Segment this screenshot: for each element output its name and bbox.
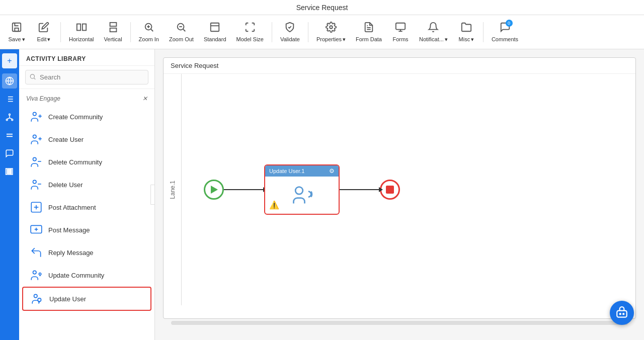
canvas-content: Lane.1 Update User.1 ⚙ xyxy=(164,74,635,305)
svg-rect-40 xyxy=(11,168,11,175)
user-update-visual xyxy=(291,184,313,206)
activity-item-update-user[interactable]: Update User xyxy=(22,287,151,311)
activity-item-reply-message[interactable]: Reply Message xyxy=(22,241,151,264)
forms-label: Forms xyxy=(392,36,408,42)
model-size-button[interactable]: Model Size xyxy=(232,20,268,44)
notifications-label: Notificat...▾ xyxy=(419,36,448,43)
create-user-icon xyxy=(29,132,43,146)
flow-arrow-2 xyxy=(340,189,380,190)
horizontal-icon xyxy=(76,22,87,35)
comments-toolbar-item[interactable]: 0 Comments xyxy=(488,20,522,44)
activity-box-body: ⚠️ xyxy=(265,177,339,214)
sidebar-equals-button[interactable] xyxy=(2,128,17,143)
form-data-button[interactable]: Form Data xyxy=(352,20,386,44)
delete-user-icon xyxy=(29,178,43,192)
update-user-label: Update User xyxy=(49,295,86,303)
activity-item-post-message[interactable]: Post Message xyxy=(22,219,151,241)
sidebar-world-button[interactable] xyxy=(2,73,17,89)
sidebar-list-button[interactable] xyxy=(2,92,17,107)
misc-label: Misc▾ xyxy=(459,36,474,43)
save-icon xyxy=(11,22,22,35)
svg-point-29 xyxy=(9,114,11,115)
search-input[interactable] xyxy=(25,70,148,84)
activity-list: Viva Engage ✕ Create Community Create Us… xyxy=(19,89,154,340)
flow-container: Update User.1 ⚙ xyxy=(189,74,635,305)
toolbar: Save▾ Edit▾ Horizontal Vertical Zoom In xyxy=(0,15,644,49)
sidebar-icons: + xyxy=(0,49,19,340)
create-community-icon xyxy=(29,110,43,124)
reply-message-icon xyxy=(29,245,43,260)
start-event[interactable] xyxy=(204,180,224,200)
sidebar-barcode-button[interactable] xyxy=(2,164,17,179)
canvas-area[interactable]: Service Request Lane.1 xyxy=(155,49,644,340)
activity-item-update-community[interactable]: Update Community xyxy=(22,264,151,286)
svg-point-47 xyxy=(33,135,37,138)
activity-item-create-community[interactable]: Create Community xyxy=(22,106,151,128)
svg-point-62 xyxy=(295,187,303,195)
activity-item-delete-community[interactable]: Delete Community xyxy=(22,151,151,173)
svg-line-7 xyxy=(151,29,153,31)
activity-item-delete-user[interactable]: Delete User xyxy=(22,174,151,196)
misc-button[interactable]: Misc▾ xyxy=(454,20,479,45)
validate-icon xyxy=(284,22,295,35)
forms-button[interactable]: Forms xyxy=(388,20,413,44)
activity-box-gear-icon[interactable]: ⚙ xyxy=(329,167,335,175)
chatbot-button[interactable] xyxy=(610,301,634,325)
svg-line-33 xyxy=(7,118,10,119)
zoom-out-label: Zoom Out xyxy=(169,36,194,42)
horizontal-button[interactable]: Horizontal xyxy=(65,20,98,44)
zoom-out-button[interactable]: Zoom Out xyxy=(165,20,198,44)
horizontal-label: Horizontal xyxy=(69,36,94,42)
form-data-icon xyxy=(363,22,374,35)
svg-rect-39 xyxy=(9,168,10,175)
stop-icon xyxy=(386,186,394,194)
zoom-in-button[interactable]: Zoom In xyxy=(135,20,163,44)
zoom-in-icon xyxy=(143,22,154,35)
activity-item-create-user[interactable]: Create User xyxy=(22,128,151,150)
main-area: + ACTIVITY LIBRARY xyxy=(0,49,644,340)
lane-1: Lane.1 xyxy=(164,74,182,305)
comments-button[interactable]: 0 Comments xyxy=(488,20,522,44)
forms-icon xyxy=(395,22,406,35)
toolbar-sep-1 xyxy=(60,22,61,42)
standard-button[interactable]: Standard xyxy=(200,20,230,44)
search-wrap xyxy=(25,70,148,84)
svg-point-50 xyxy=(33,157,37,161)
standard-label: Standard xyxy=(204,36,226,42)
vertical-button[interactable]: Vertical xyxy=(100,20,126,44)
comments-icon: 0 xyxy=(500,22,511,35)
activity-box-update-user[interactable]: Update User.1 ⚙ xyxy=(264,164,340,215)
edit-label: Edit▾ xyxy=(37,36,51,43)
app-title: Service Request xyxy=(296,4,348,12)
sidebar-workflow-button[interactable] xyxy=(2,110,17,125)
update-user-icon xyxy=(30,292,44,306)
zoom-in-label: Zoom In xyxy=(139,36,159,42)
sidebar-add-button[interactable]: + xyxy=(2,53,17,68)
properties-button[interactable]: Properties▾ xyxy=(312,20,350,45)
svg-rect-4 xyxy=(110,23,116,26)
activity-box-title: Update User.1 xyxy=(269,168,304,174)
svg-rect-63 xyxy=(617,311,627,317)
save-button[interactable]: Save▾ xyxy=(4,20,29,45)
validate-button[interactable]: Validate xyxy=(276,20,304,44)
end-event[interactable] xyxy=(380,180,400,200)
panel-collapse-button[interactable]: ‹ xyxy=(150,185,155,205)
group-collapse-icon[interactable]: ✕ xyxy=(142,95,147,102)
post-attachment-icon xyxy=(29,200,43,214)
activity-item-post-attachment[interactable]: Post Attachment xyxy=(22,196,151,218)
canvas-scrollbar[interactable] xyxy=(171,321,628,325)
save-toolbar-item[interactable]: Save▾ xyxy=(4,20,29,45)
misc-icon xyxy=(461,22,472,35)
svg-line-43 xyxy=(34,78,36,79)
create-community-label: Create Community xyxy=(48,113,103,121)
warning-badge: ⚠️ xyxy=(269,200,279,210)
sidebar-chat-button[interactable] xyxy=(2,146,17,161)
edit-button[interactable]: Edit▾ xyxy=(31,20,56,45)
top-bar: Service Request xyxy=(0,0,644,15)
edit-icon xyxy=(38,22,49,35)
activity-group-header: Viva Engage ✕ xyxy=(19,92,154,105)
flow-arrow-1 xyxy=(224,189,264,190)
notifications-button[interactable]: Notificat...▾ xyxy=(415,20,452,45)
canvas-title: Service Request xyxy=(164,58,635,74)
model-size-icon xyxy=(245,22,256,35)
